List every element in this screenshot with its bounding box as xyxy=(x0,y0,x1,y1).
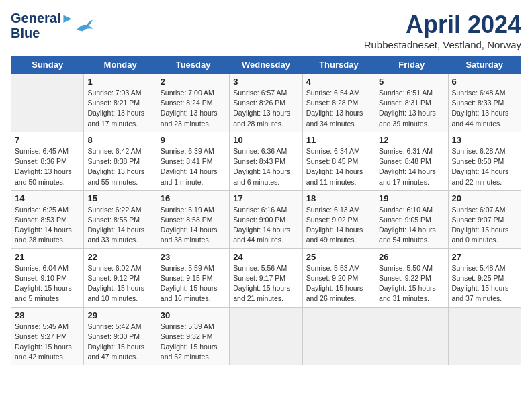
week-row-1: 7Sunrise: 6:45 AMSunset: 8:36 PMDaylight… xyxy=(11,132,521,190)
day-info: Sunrise: 6:51 AMSunset: 8:31 PMDaylight:… xyxy=(379,88,444,129)
day-cell: 20Sunrise: 6:07 AMSunset: 9:07 PMDayligh… xyxy=(448,190,521,248)
day-number: 3 xyxy=(233,77,298,87)
day-info: Sunrise: 6:02 AMSunset: 9:12 PMDaylight:… xyxy=(87,263,152,304)
header-day-thursday: Thursday xyxy=(302,56,375,74)
day-cell xyxy=(375,307,448,365)
header-day-sunday: Sunday xyxy=(11,56,84,74)
day-number: 30 xyxy=(161,310,226,320)
day-info: Sunrise: 5:50 AMSunset: 9:22 PMDaylight:… xyxy=(379,263,444,304)
day-info: Sunrise: 5:53 AMSunset: 9:20 PMDaylight:… xyxy=(306,263,371,304)
day-cell: 9Sunrise: 6:39 AMSunset: 8:41 PMDaylight… xyxy=(157,132,229,190)
day-info: Sunrise: 6:42 AMSunset: 8:38 PMDaylight:… xyxy=(87,146,152,187)
day-cell: 2Sunrise: 7:00 AMSunset: 8:24 PMDaylight… xyxy=(157,74,229,132)
location: Rubbestadneset, Vestland, Norway xyxy=(364,39,521,50)
day-info: Sunrise: 6:31 AMSunset: 8:48 PMDaylight:… xyxy=(379,146,444,187)
day-cell: 4Sunrise: 6:54 AMSunset: 8:28 PMDaylight… xyxy=(302,74,375,132)
day-cell: 27Sunrise: 5:48 AMSunset: 9:25 PMDayligh… xyxy=(448,248,521,307)
day-cell: 3Sunrise: 6:57 AMSunset: 8:26 PMDaylight… xyxy=(230,74,302,132)
day-cell: 11Sunrise: 6:34 AMSunset: 8:45 PMDayligh… xyxy=(302,132,375,190)
day-cell: 24Sunrise: 5:56 AMSunset: 9:17 PMDayligh… xyxy=(230,248,302,307)
calendar-header: SundayMondayTuesdayWednesdayThursdayFrid… xyxy=(11,56,521,74)
day-number: 1 xyxy=(87,77,152,87)
day-info: Sunrise: 6:04 AMSunset: 9:10 PMDaylight:… xyxy=(15,263,80,304)
day-cell xyxy=(11,74,84,132)
day-info: Sunrise: 5:45 AMSunset: 9:27 PMDaylight:… xyxy=(15,322,80,363)
week-row-4: 28Sunrise: 5:45 AMSunset: 9:27 PMDayligh… xyxy=(11,307,521,365)
day-cell xyxy=(230,307,302,365)
day-cell: 1Sunrise: 7:03 AMSunset: 8:21 PMDaylight… xyxy=(84,74,157,132)
day-info: Sunrise: 6:57 AMSunset: 8:26 PMDaylight:… xyxy=(233,88,298,129)
title-block: April 2024 Rubbestadneset, Vestland, Nor… xyxy=(364,11,521,50)
day-number: 5 xyxy=(379,77,444,87)
header-day-wednesday: Wednesday xyxy=(230,56,302,74)
day-cell: 26Sunrise: 5:50 AMSunset: 9:22 PMDayligh… xyxy=(375,248,448,307)
week-row-3: 21Sunrise: 6:04 AMSunset: 9:10 PMDayligh… xyxy=(11,248,521,307)
header-day-monday: Monday xyxy=(84,56,157,74)
day-number: 2 xyxy=(161,77,226,87)
day-cell: 5Sunrise: 6:51 AMSunset: 8:31 PMDaylight… xyxy=(375,74,448,132)
logo-bird-icon xyxy=(75,18,94,33)
header-row: SundayMondayTuesdayWednesdayThursdayFrid… xyxy=(11,56,521,74)
day-cell: 22Sunrise: 6:02 AMSunset: 9:12 PMDayligh… xyxy=(84,248,157,307)
day-number: 17 xyxy=(233,193,298,203)
month-title: April 2024 xyxy=(364,11,521,39)
day-cell: 6Sunrise: 6:48 AMSunset: 8:33 PMDaylight… xyxy=(448,74,521,132)
day-number: 27 xyxy=(452,252,517,262)
day-info: Sunrise: 6:19 AMSunset: 8:58 PMDaylight:… xyxy=(161,205,226,246)
day-cell: 8Sunrise: 6:42 AMSunset: 8:38 PMDaylight… xyxy=(84,132,157,190)
day-number: 22 xyxy=(87,252,152,262)
day-number: 18 xyxy=(306,193,371,203)
day-cell: 17Sunrise: 6:16 AMSunset: 9:00 PMDayligh… xyxy=(230,190,302,248)
day-info: Sunrise: 7:00 AMSunset: 8:24 PMDaylight:… xyxy=(161,88,226,129)
header-day-tuesday: Tuesday xyxy=(157,56,229,74)
day-info: Sunrise: 5:59 AMSunset: 9:15 PMDaylight:… xyxy=(161,263,226,304)
day-number: 19 xyxy=(379,193,444,203)
week-row-0: 1Sunrise: 7:03 AMSunset: 8:21 PMDaylight… xyxy=(11,74,521,132)
day-cell: 30Sunrise: 5:39 AMSunset: 9:32 PMDayligh… xyxy=(157,307,229,365)
day-info: Sunrise: 6:25 AMSunset: 8:53 PMDaylight:… xyxy=(15,205,80,246)
day-cell: 28Sunrise: 5:45 AMSunset: 9:27 PMDayligh… xyxy=(11,307,84,365)
day-number: 16 xyxy=(161,193,226,203)
calendar-table: SundayMondayTuesdayWednesdayThursdayFrid… xyxy=(11,56,521,365)
day-info: Sunrise: 5:48 AMSunset: 9:25 PMDaylight:… xyxy=(452,263,517,304)
day-cell: 23Sunrise: 5:59 AMSunset: 9:15 PMDayligh… xyxy=(157,248,229,307)
day-info: Sunrise: 6:16 AMSunset: 9:00 PMDaylight:… xyxy=(233,205,298,246)
day-info: Sunrise: 7:03 AMSunset: 8:21 PMDaylight:… xyxy=(87,88,152,129)
day-info: Sunrise: 6:45 AMSunset: 8:36 PMDaylight:… xyxy=(15,146,80,187)
day-number: 13 xyxy=(452,135,517,145)
day-cell: 19Sunrise: 6:10 AMSunset: 9:05 PMDayligh… xyxy=(375,190,448,248)
day-number: 26 xyxy=(379,252,444,262)
page-header: General►Blue April 2024 Rubbestadneset, … xyxy=(11,11,521,50)
day-cell: 18Sunrise: 6:13 AMSunset: 9:02 PMDayligh… xyxy=(302,190,375,248)
day-info: Sunrise: 5:56 AMSunset: 9:17 PMDaylight:… xyxy=(233,263,298,304)
day-number: 10 xyxy=(233,135,298,145)
day-number: 12 xyxy=(379,135,444,145)
logo-text: General►Blue xyxy=(11,11,74,40)
day-info: Sunrise: 6:28 AMSunset: 8:50 PMDaylight:… xyxy=(452,146,517,187)
day-number: 29 xyxy=(87,310,152,320)
day-cell xyxy=(302,307,375,365)
day-number: 7 xyxy=(15,135,80,145)
day-cell: 12Sunrise: 6:31 AMSunset: 8:48 PMDayligh… xyxy=(375,132,448,190)
day-cell: 25Sunrise: 5:53 AMSunset: 9:20 PMDayligh… xyxy=(302,248,375,307)
logo: General►Blue xyxy=(11,11,94,40)
day-info: Sunrise: 6:07 AMSunset: 9:07 PMDaylight:… xyxy=(452,205,517,246)
day-cell: 16Sunrise: 6:19 AMSunset: 8:58 PMDayligh… xyxy=(157,190,229,248)
day-cell: 10Sunrise: 6:36 AMSunset: 8:43 PMDayligh… xyxy=(230,132,302,190)
day-number: 24 xyxy=(233,252,298,262)
day-number: 28 xyxy=(15,310,80,320)
day-cell: 15Sunrise: 6:22 AMSunset: 8:55 PMDayligh… xyxy=(84,190,157,248)
header-day-saturday: Saturday xyxy=(448,56,521,74)
day-info: Sunrise: 6:10 AMSunset: 9:05 PMDaylight:… xyxy=(379,205,444,246)
day-info: Sunrise: 6:22 AMSunset: 8:55 PMDaylight:… xyxy=(87,205,152,246)
day-cell: 21Sunrise: 6:04 AMSunset: 9:10 PMDayligh… xyxy=(11,248,84,307)
day-info: Sunrise: 5:42 AMSunset: 9:30 PMDaylight:… xyxy=(87,322,152,363)
day-info: Sunrise: 6:36 AMSunset: 8:43 PMDaylight:… xyxy=(233,146,298,187)
day-number: 14 xyxy=(15,193,80,203)
day-info: Sunrise: 6:13 AMSunset: 9:02 PMDaylight:… xyxy=(306,205,371,246)
day-number: 11 xyxy=(306,135,371,145)
day-cell: 13Sunrise: 6:28 AMSunset: 8:50 PMDayligh… xyxy=(448,132,521,190)
week-row-2: 14Sunrise: 6:25 AMSunset: 8:53 PMDayligh… xyxy=(11,190,521,248)
day-cell: 7Sunrise: 6:45 AMSunset: 8:36 PMDaylight… xyxy=(11,132,84,190)
day-number: 25 xyxy=(306,252,371,262)
